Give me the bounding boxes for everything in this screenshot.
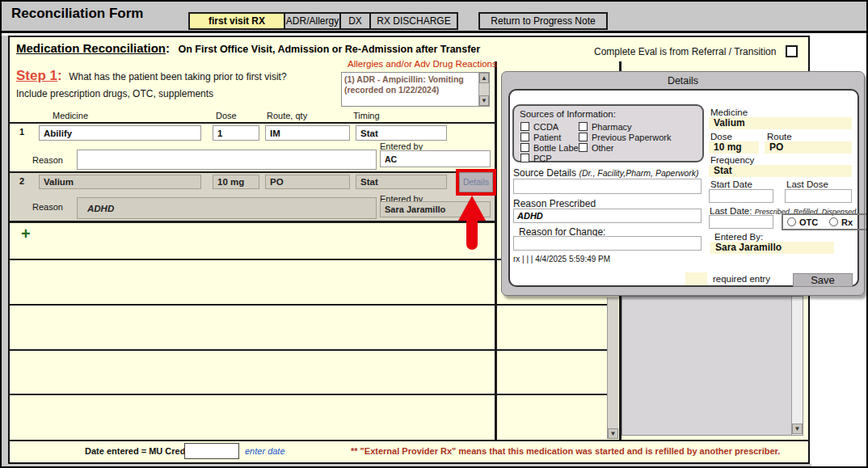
row2-timing-input bbox=[356, 175, 447, 189]
sources-of-information-group: Sources of Information: CCDA Patient Bot… bbox=[512, 104, 704, 162]
row2-number: 2 bbox=[19, 176, 24, 186]
popup-medicine-label: Medicine bbox=[710, 108, 748, 117]
section-heading-suffix: On First Office Visit, Admission or Re-A… bbox=[178, 44, 480, 55]
popup-route-value: PO bbox=[765, 141, 852, 154]
complete-eval-label: Complete Eval is from Referral / Transit… bbox=[594, 46, 776, 57]
popup-entered-by-label: Entered By: bbox=[714, 232, 763, 242]
popup-route-label: Route bbox=[767, 132, 792, 141]
other-checkbox[interactable] bbox=[579, 143, 588, 152]
otc-label: OTC bbox=[799, 217, 818, 227]
row1-reason-input[interactable] bbox=[77, 150, 377, 170]
step1-question: What has the patient been taking prior t… bbox=[69, 71, 286, 82]
enter-date-hint: enter date bbox=[245, 446, 285, 456]
notes-scrollbar[interactable]: ▼ bbox=[791, 297, 803, 435]
reconciliation-form-window: Reconciliation Form first visit RX ADR/A… bbox=[0, 0, 868, 468]
previous-paperwork-checkbox[interactable] bbox=[579, 133, 588, 141]
row-divider-2 bbox=[10, 221, 496, 223]
reason-prescribed-label: Reason Prescribed bbox=[513, 198, 596, 209]
source-details-input[interactable] bbox=[513, 179, 702, 194]
pharmacy-label: Pharmacy bbox=[592, 122, 632, 132]
row1-dose-input[interactable] bbox=[213, 125, 259, 141]
adr-scrollbar[interactable]: ▲ ▼ bbox=[478, 73, 489, 106]
step1-heading: Step 1: What has the patient been taking… bbox=[16, 68, 287, 84]
row-divider-4 bbox=[10, 304, 607, 306]
popup-medicine-value: Valium bbox=[709, 117, 852, 129]
rx-radio[interactable] bbox=[829, 217, 838, 226]
table-right-divider bbox=[495, 61, 497, 441]
bottle-labels-label: Bottle Labels bbox=[533, 143, 585, 153]
red-arrow-stem bbox=[466, 219, 478, 250]
save-button[interactable]: Save bbox=[793, 273, 853, 287]
patient-checkbox[interactable] bbox=[520, 133, 529, 141]
row-divider-6 bbox=[10, 394, 607, 395]
tab-first-visit-rx[interactable]: first visit RX bbox=[188, 12, 285, 30]
row1-route-input[interactable] bbox=[265, 125, 350, 141]
entered-by-column-scrollbar[interactable]: ▼ bbox=[607, 297, 618, 439]
pcp-checkbox[interactable] bbox=[520, 154, 529, 162]
required-entry-swatch bbox=[685, 272, 707, 285]
page-title: Reconciliation Form bbox=[11, 6, 143, 22]
mu-date-input[interactable] bbox=[184, 443, 239, 459]
step1-note: Include prescription drugs, OTC, supplem… bbox=[16, 88, 213, 99]
start-date-input[interactable] bbox=[709, 189, 773, 203]
last-dose-input[interactable] bbox=[785, 189, 852, 203]
popup-entered-by-value: Sara Jaramillo bbox=[710, 242, 834, 254]
complete-eval-checkbox[interactable] bbox=[786, 45, 798, 57]
popup-meta-text: rx | | | 4/4/2025 5:59:49 PM bbox=[513, 255, 610, 264]
ccda-label: CCDA bbox=[533, 122, 558, 132]
previous-paperwork-label: Previous Paperwork bbox=[592, 133, 671, 142]
row2-medicine-input bbox=[39, 175, 201, 189]
step1-label: Step 1 bbox=[16, 68, 57, 83]
tab-rx-discharge[interactable]: RX DISCHARGE bbox=[369, 12, 458, 30]
window-header: Reconciliation Form first visit RX ADR/A… bbox=[0, 0, 868, 33]
row1-timing-input[interactable] bbox=[356, 125, 447, 141]
left-margin bbox=[0, 36, 8, 468]
sources-legend: Sources of Information: bbox=[520, 109, 616, 119]
details-popup: Details Sources of Information: CCDA Pat… bbox=[501, 71, 865, 296]
column-timing: Timing bbox=[353, 111, 380, 120]
row2-dose-input bbox=[213, 175, 259, 189]
last-date-input[interactable] bbox=[709, 215, 773, 229]
row1-entered-by-input[interactable] bbox=[380, 150, 491, 167]
source-details-hint: (Dr., Facility,Pharm, Paperwork) bbox=[579, 168, 698, 178]
adr-entry: (1) ADR - Ampicillin: Vomiting (recorded… bbox=[344, 74, 474, 95]
table-bottom-line bbox=[10, 440, 810, 441]
adr-scroll-up-icon[interactable]: ▲ bbox=[479, 73, 489, 83]
details-popup-title: Details bbox=[502, 75, 864, 86]
external-provider-note: ** "External Provider Rx" means that thi… bbox=[351, 446, 780, 456]
section-heading: Medication Reconciliation: On First Offi… bbox=[16, 41, 480, 56]
reason-for-change-input[interactable] bbox=[513, 236, 702, 251]
popup-frequency-label: Frequency bbox=[710, 155, 754, 165]
other-label: Other bbox=[592, 143, 614, 153]
adr-scroll-down-icon[interactable]: ▼ bbox=[479, 95, 489, 106]
entered-by-scroll-down-icon[interactable]: ▼ bbox=[608, 428, 618, 439]
row-divider-1 bbox=[10, 171, 496, 173]
popup-frequency-value: Stat bbox=[709, 165, 852, 177]
notes-listbox: ▼ bbox=[622, 296, 803, 436]
return-to-progress-note-button[interactable]: Return to Progress Note bbox=[478, 12, 608, 30]
row1-medicine-input[interactable] bbox=[39, 125, 201, 141]
column-dose: Dose bbox=[216, 111, 237, 120]
tab-adr-allergy[interactable]: ADR/Allergy bbox=[284, 12, 341, 30]
add-row-button[interactable]: + bbox=[21, 225, 31, 243]
allergies-adr-label: Allergies and/or Adv Drug Reactions bbox=[348, 59, 497, 69]
popup-dose-value: 10 mg bbox=[709, 141, 759, 154]
adr-listbox[interactable]: (1) ADR - Ampicillin: Vomiting (recorded… bbox=[341, 72, 490, 107]
patient-label: Patient bbox=[533, 133, 561, 142]
column-route: Route, qty bbox=[267, 111, 307, 120]
row-divider-5 bbox=[10, 349, 607, 351]
reason-prescribed-input[interactable] bbox=[513, 209, 702, 223]
otc-radio[interactable] bbox=[787, 217, 796, 226]
row2-reason-input bbox=[77, 197, 377, 219]
start-date-label: Start Date bbox=[710, 179, 752, 189]
tab-dx[interactable]: DX bbox=[339, 12, 371, 30]
required-entry-label: required entry bbox=[713, 274, 770, 284]
mu-credit-label: Date entered = MU Credit bbox=[85, 446, 191, 456]
otc-rx-radio-group: OTC Rx bbox=[782, 213, 868, 230]
notes-scroll-down-icon[interactable]: ▼ bbox=[792, 424, 803, 434]
row2-route-input bbox=[265, 175, 350, 189]
pharmacy-checkbox[interactable] bbox=[579, 122, 588, 131]
ccda-checkbox[interactable] bbox=[520, 122, 529, 131]
row1-reason-label: Reason bbox=[32, 155, 63, 165]
bottle-labels-checkbox[interactable] bbox=[520, 143, 529, 152]
